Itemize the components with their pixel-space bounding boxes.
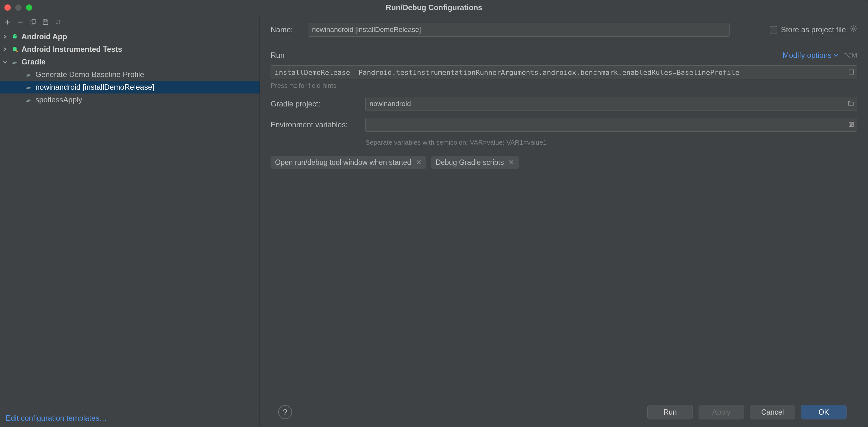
option-chip-debug-gradle[interactable]: Debug Gradle scripts ✕ xyxy=(431,156,519,169)
svg-point-7 xyxy=(852,28,855,30)
gradle-icon xyxy=(25,96,33,103)
sidebar: Android App Android Instrumented Tests xyxy=(0,15,260,427)
gradle-icon xyxy=(11,59,19,65)
folder-icon[interactable] xyxy=(848,99,854,108)
name-label: Name: xyxy=(271,25,308,34)
tree-item-android-tests[interactable]: Android Instrumented Tests xyxy=(0,43,259,56)
run-command-input[interactable] xyxy=(271,65,857,79)
gradle-icon xyxy=(25,71,33,78)
chevron-down-icon xyxy=(834,53,838,58)
modify-shortcut: ⌥M xyxy=(844,51,857,59)
sidebar-toolbar xyxy=(0,15,259,29)
env-vars-label: Environment variables: xyxy=(271,120,365,129)
expand-icon[interactable] xyxy=(848,68,854,77)
list-icon[interactable] xyxy=(848,120,854,129)
chip-label: Open run/debug tool window when started xyxy=(275,158,411,167)
ok-button[interactable]: OK xyxy=(801,405,846,419)
tree-label: Generate Demo Baseline Profile xyxy=(35,70,144,79)
tree-item-gradle-child[interactable]: spotlessApply xyxy=(0,94,259,106)
cancel-button[interactable]: Cancel xyxy=(750,405,795,419)
chevron-down-icon xyxy=(2,60,8,64)
add-config-button[interactable] xyxy=(3,18,12,27)
close-icon[interactable]: ✕ xyxy=(416,158,422,167)
chevron-right-icon xyxy=(2,47,8,52)
env-hint: Separate variables with semicolon: VAR=v… xyxy=(365,139,857,146)
chip-label: Debug Gradle scripts xyxy=(436,158,504,167)
android-test-icon xyxy=(11,46,19,53)
tree-label: Android App xyxy=(22,32,67,41)
save-config-button[interactable] xyxy=(41,18,50,27)
tree-label: Android Instrumented Tests xyxy=(22,45,122,54)
tree-label: spotlessApply xyxy=(35,95,82,104)
copy-config-button[interactable] xyxy=(28,18,37,27)
modify-options-link[interactable]: Modify options xyxy=(783,51,838,60)
zoom-window-button[interactable] xyxy=(26,4,32,11)
svg-point-5 xyxy=(13,48,14,48)
main-panel: Name: Store as project file Run Modify o… xyxy=(260,15,868,427)
remove-config-button[interactable] xyxy=(16,18,25,27)
tree-label: nowinandroid [installDemoRelease] xyxy=(35,83,154,92)
svg-point-6 xyxy=(16,48,16,48)
store-as-project-label: Store as project file xyxy=(781,25,846,34)
apply-button[interactable]: Apply xyxy=(699,405,744,419)
name-input[interactable] xyxy=(308,23,730,37)
dialog-footer: ? Run Apply Cancel OK xyxy=(271,399,857,427)
tree-item-gradle-child[interactable]: Generate Demo Baseline Profile xyxy=(0,68,259,81)
gear-icon[interactable] xyxy=(850,25,857,34)
close-icon[interactable]: ✕ xyxy=(508,158,514,167)
window-controls xyxy=(4,4,32,11)
window-title: Run/Debug Configurations xyxy=(385,3,482,12)
store-as-project-checkbox[interactable] xyxy=(770,26,777,33)
titlebar: Run/Debug Configurations xyxy=(0,0,868,15)
tree-item-gradle[interactable]: Gradle xyxy=(0,56,259,68)
run-section-title: Run xyxy=(271,51,284,60)
tree-item-gradle-child[interactable]: nowinandroid [installDemoRelease] xyxy=(0,81,259,94)
svg-point-3 xyxy=(13,35,14,36)
sort-config-button[interactable] xyxy=(54,18,63,27)
android-icon xyxy=(11,33,19,40)
edit-templates-link[interactable]: Edit configuration templates… xyxy=(6,414,107,422)
minimize-window-button[interactable] xyxy=(15,4,22,11)
gradle-project-label: Gradle project: xyxy=(271,99,365,108)
command-hint: Press ⌥ for field hints xyxy=(271,82,857,89)
config-tree: Android App Android Instrumented Tests xyxy=(0,29,259,409)
close-window-button[interactable] xyxy=(4,4,11,11)
svg-point-4 xyxy=(16,35,16,36)
svg-rect-1 xyxy=(32,19,35,23)
chevron-right-icon xyxy=(2,34,8,39)
tree-item-android-app[interactable]: Android App xyxy=(0,30,259,43)
sidebar-footer: Edit configuration templates… xyxy=(0,409,259,427)
gradle-icon xyxy=(25,84,33,91)
run-button[interactable]: Run xyxy=(647,405,693,419)
gradle-project-input[interactable] xyxy=(365,97,857,111)
option-chip-open-tool-window[interactable]: Open run/debug tool window when started … xyxy=(271,156,426,169)
tree-label: Gradle xyxy=(22,58,45,66)
env-vars-input[interactable] xyxy=(365,118,857,132)
help-button[interactable]: ? xyxy=(278,405,292,419)
